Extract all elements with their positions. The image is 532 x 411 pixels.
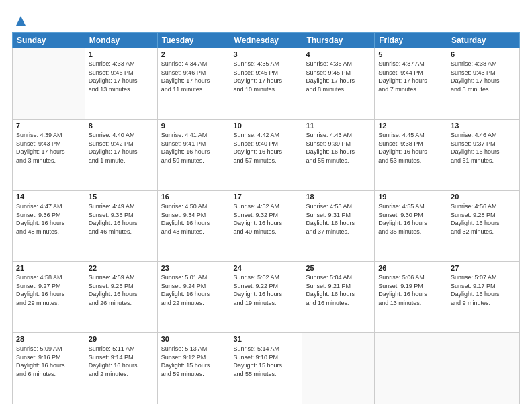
weekday-header: Saturday	[447, 33, 520, 48]
day-number: 10	[234, 122, 299, 130]
day-info: Sunrise: 4:43 AM Sunset: 9:39 PM Dayligh…	[306, 131, 371, 165]
calendar-cell: 31Sunrise: 5:14 AM Sunset: 9:10 PM Dayli…	[230, 333, 302, 404]
day-info: Sunrise: 4:55 AM Sunset: 9:30 PM Dayligh…	[378, 202, 443, 236]
day-number: 28	[16, 335, 81, 343]
header	[12, 12, 520, 28]
calendar-body: 1Sunrise: 4:33 AM Sunset: 9:46 PM Daylig…	[13, 48, 520, 404]
calendar-cell	[375, 333, 447, 404]
day-number: 16	[161, 193, 226, 201]
calendar-cell: 23Sunrise: 5:01 AM Sunset: 9:24 PM Dayli…	[157, 262, 230, 333]
calendar-cell	[447, 333, 520, 404]
day-number: 1	[89, 50, 154, 58]
calendar-cell: 2Sunrise: 4:34 AM Sunset: 9:46 PM Daylig…	[157, 48, 230, 120]
calendar-cell: 15Sunrise: 4:49 AM Sunset: 9:35 PM Dayli…	[85, 191, 157, 262]
day-number: 15	[89, 193, 154, 201]
day-info: Sunrise: 5:02 AM Sunset: 9:22 PM Dayligh…	[234, 273, 299, 307]
day-number: 3	[234, 50, 299, 58]
day-info: Sunrise: 4:34 AM Sunset: 9:46 PM Dayligh…	[161, 60, 226, 93]
day-number: 31	[234, 335, 299, 343]
day-info: Sunrise: 5:14 AM Sunset: 9:10 PM Dayligh…	[234, 345, 299, 378]
day-info: Sunrise: 4:39 AM Sunset: 9:43 PM Dayligh…	[16, 131, 81, 165]
calendar-week-row: 14Sunrise: 4:47 AM Sunset: 9:36 PM Dayli…	[13, 191, 520, 262]
weekday-header: Sunday	[13, 33, 85, 48]
weekday-header: Monday	[85, 33, 157, 48]
calendar-cell: 9Sunrise: 4:41 AM Sunset: 9:41 PM Daylig…	[157, 120, 230, 191]
calendar-cell: 29Sunrise: 5:11 AM Sunset: 9:14 PM Dayli…	[85, 333, 157, 404]
calendar-cell	[13, 48, 85, 120]
day-number: 23	[161, 264, 226, 272]
day-info: Sunrise: 4:33 AM Sunset: 9:46 PM Dayligh…	[89, 60, 154, 93]
day-info: Sunrise: 5:11 AM Sunset: 9:14 PM Dayligh…	[89, 345, 154, 378]
day-number: 27	[451, 264, 516, 272]
weekday-header: Tuesday	[157, 33, 230, 48]
calendar-cell: 10Sunrise: 4:42 AM Sunset: 9:40 PM Dayli…	[230, 120, 302, 191]
day-info: Sunrise: 5:13 AM Sunset: 9:12 PM Dayligh…	[161, 345, 226, 378]
calendar-cell: 11Sunrise: 4:43 AM Sunset: 9:39 PM Dayli…	[302, 120, 375, 191]
page: SundayMondayTuesdayWednesdayThursdayFrid…	[0, 0, 532, 411]
calendar-cell	[302, 333, 375, 404]
day-number: 12	[378, 122, 443, 130]
day-number: 14	[16, 193, 81, 201]
day-info: Sunrise: 4:53 AM Sunset: 9:31 PM Dayligh…	[306, 202, 371, 236]
day-info: Sunrise: 4:40 AM Sunset: 9:42 PM Dayligh…	[89, 131, 154, 165]
day-number: 25	[306, 264, 371, 272]
calendar-week-row: 7Sunrise: 4:39 AM Sunset: 9:43 PM Daylig…	[13, 120, 520, 191]
day-info: Sunrise: 4:47 AM Sunset: 9:36 PM Dayligh…	[16, 202, 81, 236]
calendar-cell: 17Sunrise: 4:52 AM Sunset: 9:32 PM Dayli…	[230, 191, 302, 262]
calendar-cell: 8Sunrise: 4:40 AM Sunset: 9:42 PM Daylig…	[85, 120, 157, 191]
day-number: 24	[234, 264, 299, 272]
day-number: 7	[16, 122, 81, 130]
calendar-cell: 16Sunrise: 4:50 AM Sunset: 9:34 PM Dayli…	[157, 191, 230, 262]
day-number: 4	[306, 50, 371, 58]
day-number: 19	[378, 193, 443, 201]
day-number: 21	[16, 264, 81, 272]
weekday-header: Friday	[375, 33, 447, 48]
calendar-cell: 12Sunrise: 4:45 AM Sunset: 9:38 PM Dayli…	[375, 120, 447, 191]
calendar-cell: 25Sunrise: 5:04 AM Sunset: 9:21 PM Dayli…	[302, 262, 375, 333]
day-info: Sunrise: 5:01 AM Sunset: 9:24 PM Dayligh…	[161, 273, 226, 307]
calendar-cell: 14Sunrise: 4:47 AM Sunset: 9:36 PM Dayli…	[13, 191, 85, 262]
calendar-cell: 1Sunrise: 4:33 AM Sunset: 9:46 PM Daylig…	[85, 48, 157, 120]
calendar-cell: 6Sunrise: 4:38 AM Sunset: 9:43 PM Daylig…	[447, 48, 520, 120]
calendar-cell: 7Sunrise: 4:39 AM Sunset: 9:43 PM Daylig…	[13, 120, 85, 191]
calendar-cell: 21Sunrise: 4:58 AM Sunset: 9:27 PM Dayli…	[13, 262, 85, 333]
day-number: 30	[161, 335, 226, 343]
calendar-header: SundayMondayTuesdayWednesdayThursdayFrid…	[13, 33, 520, 48]
calendar-cell: 5Sunrise: 4:37 AM Sunset: 9:44 PM Daylig…	[375, 48, 447, 120]
calendar-week-row: 28Sunrise: 5:09 AM Sunset: 9:16 PM Dayli…	[13, 333, 520, 404]
day-number: 2	[161, 50, 226, 58]
day-info: Sunrise: 5:09 AM Sunset: 9:16 PM Dayligh…	[16, 345, 81, 378]
day-info: Sunrise: 4:58 AM Sunset: 9:27 PM Dayligh…	[16, 273, 81, 307]
calendar-cell: 19Sunrise: 4:55 AM Sunset: 9:30 PM Dayli…	[375, 191, 447, 262]
day-number: 29	[89, 335, 154, 343]
calendar-table: SundayMondayTuesdayWednesdayThursdayFrid…	[12, 32, 520, 404]
day-number: 6	[451, 50, 516, 58]
weekday-header: Wednesday	[230, 33, 302, 48]
day-info: Sunrise: 4:46 AM Sunset: 9:37 PM Dayligh…	[451, 131, 516, 165]
weekday-header: Thursday	[302, 33, 375, 48]
day-info: Sunrise: 4:49 AM Sunset: 9:35 PM Dayligh…	[89, 202, 154, 236]
calendar-cell: 27Sunrise: 5:07 AM Sunset: 9:17 PM Dayli…	[447, 262, 520, 333]
day-number: 26	[378, 264, 443, 272]
weekday-row: SundayMondayTuesdayWednesdayThursdayFrid…	[13, 33, 520, 48]
calendar-cell: 30Sunrise: 5:13 AM Sunset: 9:12 PM Dayli…	[157, 333, 230, 404]
calendar-week-row: 1Sunrise: 4:33 AM Sunset: 9:46 PM Daylig…	[13, 48, 520, 120]
day-info: Sunrise: 4:42 AM Sunset: 9:40 PM Dayligh…	[234, 131, 299, 165]
day-info: Sunrise: 4:45 AM Sunset: 9:38 PM Dayligh…	[378, 131, 443, 165]
logo-triangle-icon	[13, 13, 28, 28]
day-info: Sunrise: 4:35 AM Sunset: 9:45 PM Dayligh…	[234, 60, 299, 93]
svg-marker-0	[16, 16, 26, 26]
calendar-cell: 18Sunrise: 4:53 AM Sunset: 9:31 PM Dayli…	[302, 191, 375, 262]
day-info: Sunrise: 4:56 AM Sunset: 9:28 PM Dayligh…	[451, 202, 516, 236]
day-info: Sunrise: 5:04 AM Sunset: 9:21 PM Dayligh…	[306, 273, 371, 307]
day-info: Sunrise: 4:59 AM Sunset: 9:25 PM Dayligh…	[89, 273, 154, 307]
day-number: 17	[234, 193, 299, 201]
calendar-cell: 13Sunrise: 4:46 AM Sunset: 9:37 PM Dayli…	[447, 120, 520, 191]
calendar-cell: 20Sunrise: 4:56 AM Sunset: 9:28 PM Dayli…	[447, 191, 520, 262]
day-number: 11	[306, 122, 371, 130]
day-number: 18	[306, 193, 371, 201]
calendar-cell: 3Sunrise: 4:35 AM Sunset: 9:45 PM Daylig…	[230, 48, 302, 120]
day-info: Sunrise: 4:50 AM Sunset: 9:34 PM Dayligh…	[161, 202, 226, 236]
day-number: 20	[451, 193, 516, 201]
calendar-week-row: 21Sunrise: 4:58 AM Sunset: 9:27 PM Dayli…	[13, 262, 520, 333]
